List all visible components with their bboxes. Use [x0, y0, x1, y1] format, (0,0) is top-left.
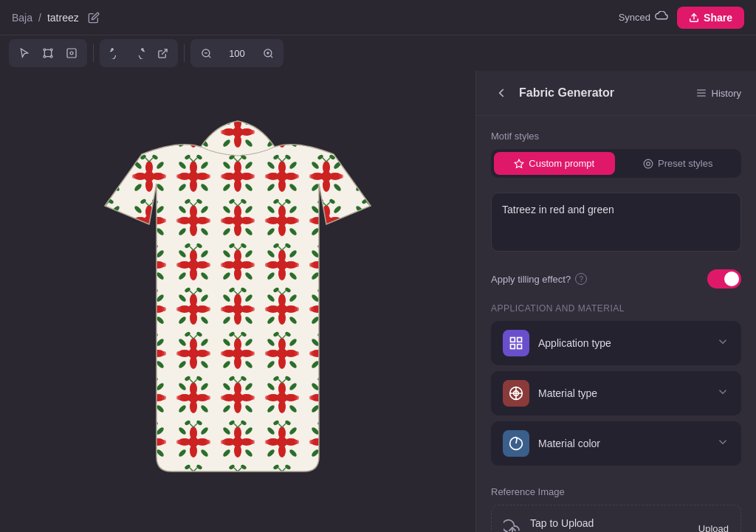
panel-header-left: Fabric Generator [491, 83, 614, 103]
node-tool[interactable] [37, 42, 59, 64]
select-tool[interactable] [13, 42, 35, 64]
tab-preset-label: Preset styles [658, 158, 712, 169]
undo-button[interactable] [104, 42, 126, 64]
zoom-in-button[interactable] [257, 42, 279, 64]
export-button[interactable] [151, 42, 173, 64]
material-color-icon [503, 430, 529, 457]
redo-button[interactable] [128, 42, 150, 64]
tap-upload-title: Tap to Upload [530, 517, 656, 529]
svg-point-37 [647, 162, 650, 165]
svg-point-3 [44, 55, 46, 58]
application-type-label: Application type [538, 337, 707, 349]
canvas-area[interactable] [0, 71, 475, 532]
panel-header: Fabric Generator History [476, 71, 756, 116]
history-label: History [712, 88, 741, 99]
svg-line-16 [270, 55, 272, 58]
material-type-dropdown[interactable]: Material type [491, 371, 741, 415]
zoom-out-button[interactable] [195, 42, 217, 64]
zoom-value[interactable]: 100 [219, 45, 255, 62]
tiling-info-icon[interactable]: ? [575, 273, 587, 285]
motif-style-tabs: Custom prompt Preset styles [491, 149, 741, 178]
breadcrumb-parent[interactable]: Baja [12, 12, 32, 24]
share-label: Share [704, 12, 732, 24]
svg-point-4 [50, 55, 52, 58]
reference-upload-area[interactable]: Tap to Upload SVG, PNG, JPG, GIF | 10MB … [491, 505, 741, 532]
material-type-chevron [716, 385, 729, 401]
toolbar: 100 [0, 35, 756, 71]
tshirt-preview [61, 88, 415, 516]
svg-rect-41 [518, 345, 522, 349]
cloud-icon [655, 11, 668, 24]
app-material-section: Application and material Application typ… [491, 303, 741, 471]
tiling-row: Apply tilling effect? ? [491, 269, 741, 289]
history-button[interactable]: History [695, 87, 741, 99]
svg-point-1 [44, 49, 46, 51]
tiling-label: Apply tilling effect? ? [491, 273, 587, 285]
synced-status: Synced [619, 11, 668, 24]
material-color-dropdown[interactable]: Material color [491, 421, 741, 466]
tiling-text: Apply tilling effect? [491, 274, 571, 285]
topbar: Baja / tatreez Synced Share [0, 0, 756, 35]
upload-cloud-icon [504, 519, 521, 533]
share-button[interactable]: Share [677, 7, 744, 29]
material-type-label: Material type [538, 387, 707, 399]
upload-button-label[interactable]: Upload [698, 523, 729, 533]
svg-line-11 [162, 49, 167, 54]
application-type-icon [503, 330, 529, 356]
toggle-knob [724, 272, 739, 286]
app-material-title: Application and material [491, 303, 741, 314]
svg-rect-39 [518, 338, 522, 342]
application-type-dropdown[interactable]: Application type [491, 321, 741, 365]
breadcrumb-separator: / [38, 12, 41, 24]
toolbar-divider-2 [184, 44, 185, 62]
history-tools [100, 39, 178, 67]
breadcrumb: Baja / tatreez [12, 9, 103, 27]
tiling-toggle[interactable] [707, 269, 741, 289]
tab-custom-prompt[interactable]: Custom prompt [494, 152, 615, 175]
svg-rect-9 [67, 49, 76, 58]
toolbar-divider-1 [93, 44, 94, 62]
transform-tools [9, 39, 87, 67]
synced-label: Synced [619, 12, 650, 23]
motif-styles-section: Motif styles Custom prompt Preset sty [491, 131, 741, 178]
svg-point-36 [644, 159, 653, 168]
prompt-input[interactable] [491, 193, 741, 252]
material-color-label: Material color [538, 438, 707, 449]
motif-styles-label: Motif styles [491, 131, 741, 142]
svg-line-13 [208, 55, 210, 58]
right-panel: Fabric Generator History Motif styles [475, 71, 756, 532]
material-color-chevron [716, 435, 729, 452]
panel-title: Fabric Generator [519, 86, 614, 100]
svg-marker-35 [515, 159, 523, 167]
edit-title-icon[interactable] [85, 9, 103, 27]
reference-image-section: Reference Image Tap to Upload SV [491, 486, 741, 532]
reference-left: Tap to Upload SVG, PNG, JPG, GIF | 10MB … [504, 517, 656, 532]
breadcrumb-current[interactable]: tatreez [47, 12, 79, 24]
svg-point-10 [70, 52, 73, 55]
back-button[interactable] [491, 83, 512, 103]
application-type-chevron [716, 335, 729, 351]
svg-rect-40 [511, 345, 515, 349]
topbar-actions: Synced Share [619, 7, 744, 29]
panel-body: Motif styles Custom prompt Preset sty [476, 116, 756, 532]
reference-info: Tap to Upload SVG, PNG, JPG, GIF | 10MB … [530, 517, 656, 532]
prompt-section [491, 193, 741, 255]
frame-tool[interactable] [61, 42, 83, 64]
reference-image-label: Reference Image [491, 486, 741, 497]
main-content: Fabric Generator History Motif styles [0, 71, 756, 532]
zoom-tools: 100 [190, 39, 284, 67]
tab-preset-styles[interactable]: Preset styles [618, 152, 739, 175]
svg-rect-38 [511, 338, 515, 342]
material-type-icon [503, 380, 529, 407]
tab-custom-label: Custom prompt [529, 158, 594, 169]
svg-point-2 [50, 49, 52, 51]
